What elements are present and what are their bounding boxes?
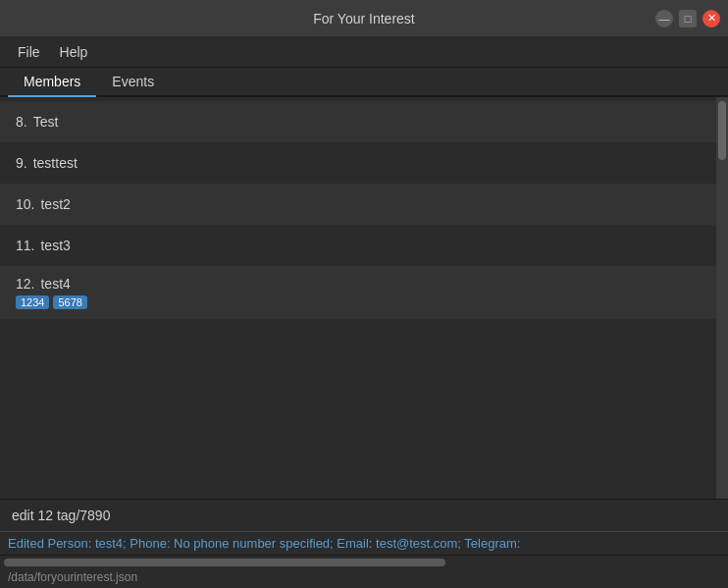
item-name: testtest [33,155,78,171]
close-button[interactable]: ✕ [702,10,720,27]
item-name: test2 [40,196,70,212]
item-name: test3 [40,238,70,253]
scrollbar-thumb[interactable] [718,101,726,160]
item-name: test4 [40,276,70,292]
vertical-scrollbar[interactable] [716,97,728,499]
tab-members[interactable]: Members [8,68,96,97]
title-bar: For Your Interest — □ ✕ [0,0,728,36]
minimize-button[interactable]: — [655,10,673,27]
tab-events[interactable]: Events [96,68,170,97]
menu-bar: File Help [0,36,728,68]
hscroll-thumb[interactable] [4,559,445,566]
list-item[interactable]: 11.test3 [0,225,716,266]
menu-file[interactable]: File [8,40,50,64]
maximize-button[interactable]: □ [679,10,697,27]
window-controls: — □ ✕ [655,10,720,27]
horizontal-scrollbar[interactable] [0,555,728,568]
command-input[interactable] [8,506,720,525]
item-number: 11. [16,238,34,253]
item-name: Test [33,114,59,130]
list-item[interactable]: 8.Test [0,101,716,142]
file-path: /data/foryourinterest.json [0,568,728,588]
tabs: Members Events [0,68,728,97]
input-area [0,499,728,531]
window-title: For Your Interest [313,11,415,27]
list-wrapper: 8.Test9.testtest10.test211.test312.test4… [0,97,728,499]
list-item[interactable]: 12.test412345678 [0,266,716,319]
item-number: 8. [16,114,27,130]
item-number: 10. [16,196,34,212]
list-item[interactable]: 10.test2 [0,184,716,225]
list-item[interactable]: 9.testtest [0,142,716,184]
tag-badge: 5678 [53,295,86,309]
tag-badge: 1234 [16,295,49,309]
list-area[interactable]: 8.Test9.testtest10.test211.test312.test4… [0,97,716,499]
status-bar: Edited Person: test4; Phone: No phone nu… [0,531,728,555]
menu-help[interactable]: Help [50,40,98,64]
main-content: 8.Test9.testtest10.test211.test312.test4… [0,97,728,588]
item-number: 12. [16,276,34,292]
item-number: 9. [16,155,27,171]
